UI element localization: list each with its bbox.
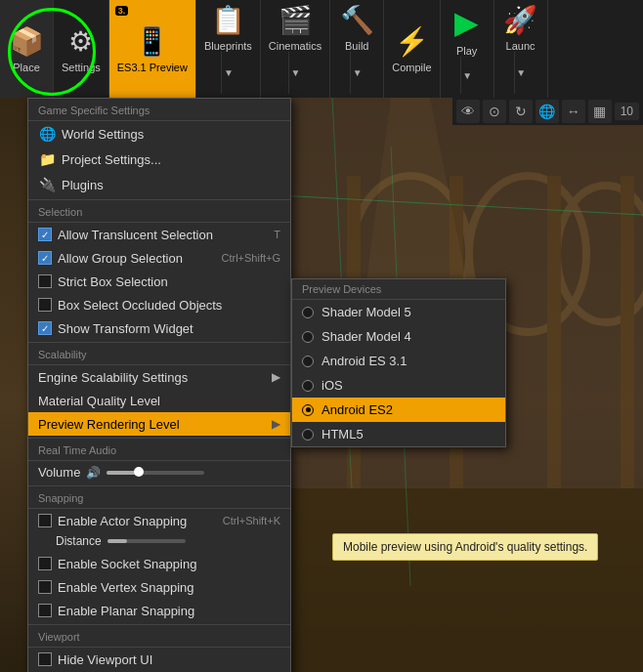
ios-item[interactable]: iOS [292, 373, 505, 398]
android-es2-label: Android ES2 [322, 402, 393, 417]
es31-badge: 3. [115, 6, 129, 16]
toolbar-es31-preview-button[interactable]: 3. 📱 ES3.1 Preview [109, 0, 196, 98]
cinematics-arrow[interactable]: ▼ [288, 52, 302, 94]
android-es2-item[interactable]: Android ES2 [292, 398, 505, 422]
preview-rendering-arrow: ▶ [272, 417, 280, 431]
divider-3 [28, 438, 290, 439]
show-transform-checkbox[interactable]: ✓ [38, 321, 52, 335]
html5-item[interactable]: HTML5 [292, 422, 505, 446]
shader-model-5-item[interactable]: Shader Model 5 [292, 300, 505, 324]
launch-label: Launc [506, 40, 536, 52]
world-settings-icon: 🌐 [38, 125, 56, 143]
toolbar-build-button[interactable]: 🔨 Build ▼ [330, 0, 384, 98]
distance-slider-fill [107, 539, 127, 543]
settings-dropdown: Game Specific Settings 🌐 World Settings … [27, 98, 291, 672]
tooltip-text: Mobile preview using Android's quality s… [343, 540, 587, 554]
volume-label: Volume [38, 465, 80, 480]
enable-actor-snapping-checkbox[interactable] [38, 514, 52, 527]
blueprints-arrow[interactable]: ▼ [221, 52, 235, 94]
settings-icon: ⚙ [68, 25, 93, 58]
play-arrow[interactable]: ▼ [460, 57, 474, 94]
plugins-label: Plugins [62, 178, 104, 192]
allow-group-item[interactable]: ✓ Allow Group Selection Ctrl+Shift+G [28, 246, 290, 270]
cinematics-icon: 🎬 [279, 4, 313, 36]
enable-vertex-snapping-item[interactable]: Enable Vertex Snapping [28, 575, 290, 599]
preview-devices-submenu: Preview Devices Shader Model 5 Shader Mo… [291, 278, 506, 447]
launch-arrow[interactable]: ▼ [514, 52, 528, 94]
svg-rect-0 [279, 488, 643, 672]
hide-viewport-ui-label: Hide Viewport UI [58, 652, 152, 667]
android-tooltip: Mobile preview using Android's quality s… [332, 533, 598, 561]
volume-slider[interactable] [107, 471, 204, 475]
strict-box-item[interactable]: Strict Box Selection [28, 270, 290, 293]
toolbar-launch-button[interactable]: 🚀 Launc ▼ [494, 0, 548, 98]
compile-label: Compile [392, 62, 431, 73]
enable-socket-snapping-checkbox[interactable] [38, 557, 52, 570]
viewport-show-icon[interactable]: ↻ [509, 100, 533, 123]
toolbar-play-button[interactable]: ▶ Play ▼ [441, 0, 494, 98]
viewport-grid-icon[interactable]: ▦ [588, 100, 612, 123]
selection-header: Selection [28, 202, 290, 223]
android-es31-item[interactable]: Android ES 3.1 [292, 349, 505, 373]
android-es31-label: Android ES 3.1 [322, 354, 407, 368]
enable-planar-snapping-checkbox[interactable] [38, 604, 52, 617]
toolbar-settings-button[interactable]: ⚙ Settings [54, 0, 109, 98]
build-arrow[interactable]: ▼ [350, 52, 364, 94]
engine-scalability-item[interactable]: Engine Scalability Settings ▶ [28, 365, 290, 389]
toolbar-place-button[interactable]: 📦 Place [0, 0, 54, 98]
box-select-occluded-label: Box Select Occluded Objects [58, 298, 222, 313]
hide-viewport-ui-item[interactable]: Hide Viewport UI [28, 648, 290, 671]
volume-slider-thumb [134, 467, 144, 477]
shader-model-4-item[interactable]: Shader Model 4 [292, 324, 505, 349]
toolbar-cinematics-button[interactable]: 🎬 Cinematics ▼ [261, 0, 330, 98]
enable-planar-snapping-item[interactable]: Enable Planar Snapping [28, 599, 290, 622]
enable-actor-snapping-item[interactable]: Enable Actor Snapping Ctrl+Shift+K [28, 509, 290, 532]
viewport-header: Viewport [28, 627, 290, 648]
viewport-world-icon[interactable]: 🌐 [536, 100, 559, 123]
hide-viewport-ui-checkbox[interactable] [38, 652, 52, 666]
material-quality-item[interactable]: Material Quality Level [28, 389, 290, 412]
allow-group-checkbox[interactable]: ✓ [38, 251, 52, 265]
settings-label: Settings [62, 62, 101, 73]
engine-scalability-label: Engine Scalability Settings [38, 370, 188, 385]
enable-vertex-snapping-checkbox[interactable] [38, 580, 52, 594]
plugins-item[interactable]: 🔌 Plugins [28, 172, 290, 197]
viewport-perspective-icon[interactable]: 👁 [456, 100, 480, 123]
android-es2-radio [302, 404, 314, 416]
world-settings-item[interactable]: 🌐 World Settings [28, 121, 290, 147]
android-es31-radio [302, 356, 314, 367]
toolbar-compile-button[interactable]: ⚡ Compile [384, 0, 440, 98]
show-transform-item[interactable]: ✓ Show Transform Widget [28, 316, 290, 340]
distance-row: Distance [28, 532, 290, 552]
box-select-occluded-item[interactable]: Box Select Occluded Objects [28, 293, 290, 316]
divider-4 [28, 485, 290, 486]
divider-5 [28, 624, 290, 625]
viewport-snap-icon[interactable]: ↔ [562, 100, 585, 123]
divider-2 [28, 342, 290, 343]
blueprints-label: Blueprints [204, 40, 252, 52]
play-label: Play [456, 45, 477, 57]
preview-rendering-item[interactable]: Preview Rendering Level ▶ [28, 412, 290, 436]
toolbar-blueprints-button[interactable]: 📋 Blueprints ▼ [196, 0, 261, 98]
distance-label: Distance [56, 534, 102, 548]
allow-translucent-item[interactable]: ✓ Allow Translucent Selection T [28, 223, 290, 246]
allow-group-label: Allow Group Selection [58, 251, 183, 266]
compile-icon: ⚡ [395, 25, 429, 58]
divider-1 [28, 199, 290, 200]
html5-radio [302, 429, 314, 441]
ios-radio [302, 380, 314, 392]
volume-slider-fill [107, 471, 136, 475]
distance-slider[interactable] [107, 539, 186, 543]
strict-box-checkbox[interactable] [38, 274, 52, 288]
snapping-header: Snapping [28, 488, 290, 509]
box-select-occluded-checkbox[interactable] [38, 298, 52, 312]
enable-socket-snapping-label: Enable Socket Snapping [58, 557, 196, 571]
material-quality-label: Material Quality Level [38, 394, 160, 408]
allow-translucent-checkbox[interactable]: ✓ [38, 228, 52, 241]
volume-row: Volume 🔊 [28, 461, 290, 483]
viewport-lit-icon[interactable]: ⊙ [483, 100, 506, 123]
html5-label: HTML5 [322, 427, 364, 441]
project-settings-item[interactable]: 📁 Project Settings... [28, 147, 290, 172]
enable-socket-snapping-item[interactable]: Enable Socket Snapping [28, 552, 290, 575]
real-time-audio-header: Real Time Audio [28, 441, 290, 461]
